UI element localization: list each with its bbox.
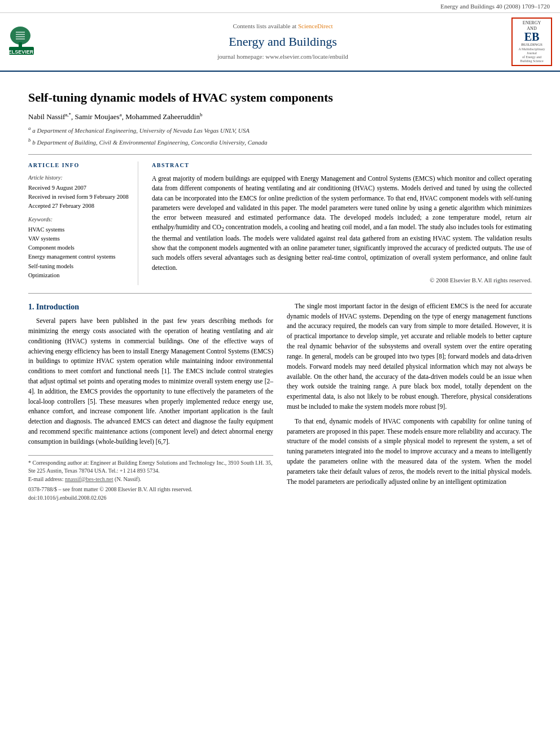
intro-left-col: 1. Introduction Several papers have been… [28,302,273,502]
abstract-text: A great majority of modern buildings are… [152,174,532,273]
keywords-label: Keywords: [28,216,130,224]
eb-logo-box: ENERGYAND EB BUILDINGS A Multidisciplina… [507,18,552,66]
footnote-corresponding: * Corresponding author at: Engineer at B… [28,459,273,475]
svg-point-2 [10,27,30,45]
keyword-5: Self-tuning models [28,262,130,270]
homepage-line: journal homepage: www.elsevier.com/locat… [59,53,507,62]
intro-right-para-1: The single most important factor in the … [287,302,532,412]
authors-line: Nabil Nassifa,*, Samir Moujaesa, Mohamme… [28,111,532,123]
footnote-email: E-mail address: nnassif@bes-tech.net (N.… [28,475,273,484]
abstract-panel: ABSTRACT A great majority of modern buil… [152,161,532,285]
section-divider [28,293,532,294]
copyright-line: © 2008 Elsevier B.V. All rights reserved… [152,276,532,285]
email-link[interactable]: nnassif@bes-tech.net [65,476,113,482]
keyword-3: Component models [28,243,130,252]
sciencedirect-link[interactable]: ScienceDirect [298,23,333,29]
sciencedirect-line: Contents lists available at ScienceDirec… [59,22,507,31]
eb-logo: ENERGYAND EB BUILDINGS A Multidisciplina… [511,18,552,66]
article-info-title: ARTICLE INFO [28,161,130,170]
citation-text: Energy and Buildings 40 (2008) 1709–1720 [440,3,550,10]
footnote-issn: 0378-7788/$ – see front matter © 2008 El… [28,486,273,494]
journal-center: Contents lists available at ScienceDirec… [59,22,507,62]
footnote-doi: doi:10.1016/j.enbuild.2008.02.026 [28,494,273,503]
intro-para-1: Several papers have been published in th… [28,316,273,447]
paper-title: Self-tuning dynamic models of HVAC syste… [28,89,532,107]
date-revised: Received in revised form 9 February 2008 [28,193,130,201]
elsevier-logo: ELSEVIER [8,23,59,60]
svg-rect-3 [19,42,22,47]
article-meta-section: ARTICLE INFO Article history: Received 9… [28,161,532,285]
section-heading: 1. Introduction [28,302,273,313]
intro-right-col: The single most important factor in the … [287,302,532,502]
author-nassif: Nabil Nassif [28,112,65,121]
abstract-title: ABSTRACT [152,161,532,170]
affiliation-b: b b Department of Building, Civil & Envi… [28,137,532,147]
article-dates: Received 9 August 2007 Received in revis… [28,184,130,211]
keyword-1: HVAC systems [28,225,130,234]
date-received: Received 9 August 2007 [28,184,130,192]
intro-right-para-2: To that end, dynamic models of HVAC comp… [287,417,532,487]
journal-title: Energy and Buildings [59,33,507,51]
svg-text:ELSEVIER: ELSEVIER [8,49,34,55]
keyword-2: VAV systems [28,234,130,243]
article-info-panel: ARTICLE INFO Article history: Received 9… [28,161,138,285]
header-divider [28,154,532,155]
affiliation-a: a a Department of Mechanical Engineering… [28,125,532,136]
keywords-section: Keywords: HVAC systems VAV systems Compo… [28,216,130,279]
footnote-section: * Corresponding author at: Engineer at B… [28,455,273,503]
date-accepted: Accepted 27 February 2008 [28,202,130,210]
introduction-section: 1. Introduction Several papers have been… [28,302,532,502]
keyword-6: Optimization [28,271,130,279]
journal-header: ELSEVIER Contents lists available at Sci… [0,13,560,72]
citation-bar: Energy and Buildings 40 (2008) 1709–1720 [0,0,560,13]
keyword-4: Energy management control systems [28,252,130,261]
main-content: Self-tuning dynamic models of HVAC syste… [0,72,560,512]
history-label: Article history: [28,174,130,182]
